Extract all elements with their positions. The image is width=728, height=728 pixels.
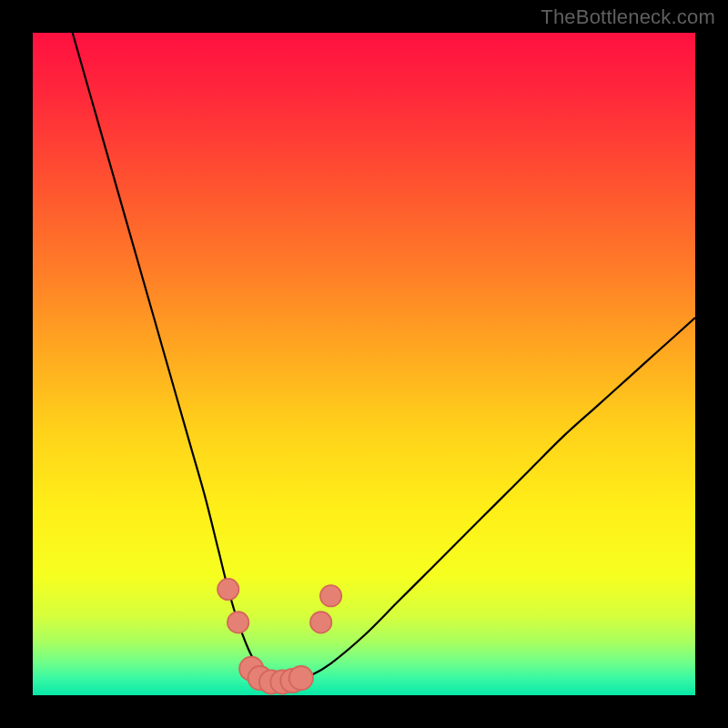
curve-marker: [310, 612, 331, 632]
curve-marker: [320, 585, 341, 606]
curve-marker: [228, 612, 248, 632]
chart-background-gradient: [33, 33, 695, 695]
curve-marker: [217, 579, 238, 600]
curve-marker: [289, 666, 313, 690]
bottleneck-chart: [33, 33, 695, 695]
chart-stage: TheBottleneck.com: [0, 0, 728, 728]
watermark-text: TheBottleneck.com: [541, 5, 715, 29]
